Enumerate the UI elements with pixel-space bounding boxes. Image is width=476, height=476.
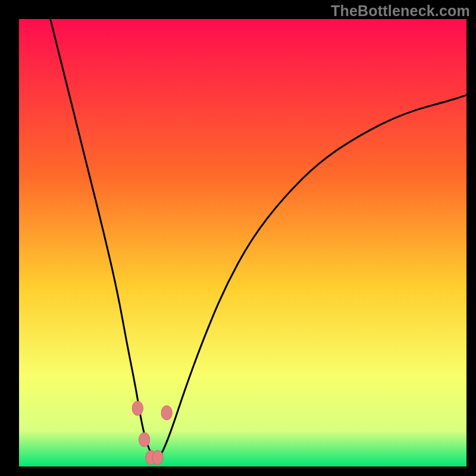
chart-frame: TheBottleneck.com <box>0 0 476 476</box>
gradient-background <box>19 19 466 466</box>
curve-marker <box>139 433 150 447</box>
plot-svg <box>19 19 466 466</box>
plot-area <box>19 19 466 466</box>
curve-marker <box>161 406 172 420</box>
watermark-text: TheBottleneck.com <box>331 2 470 20</box>
curve-marker <box>152 450 163 465</box>
curve-marker <box>132 401 143 415</box>
